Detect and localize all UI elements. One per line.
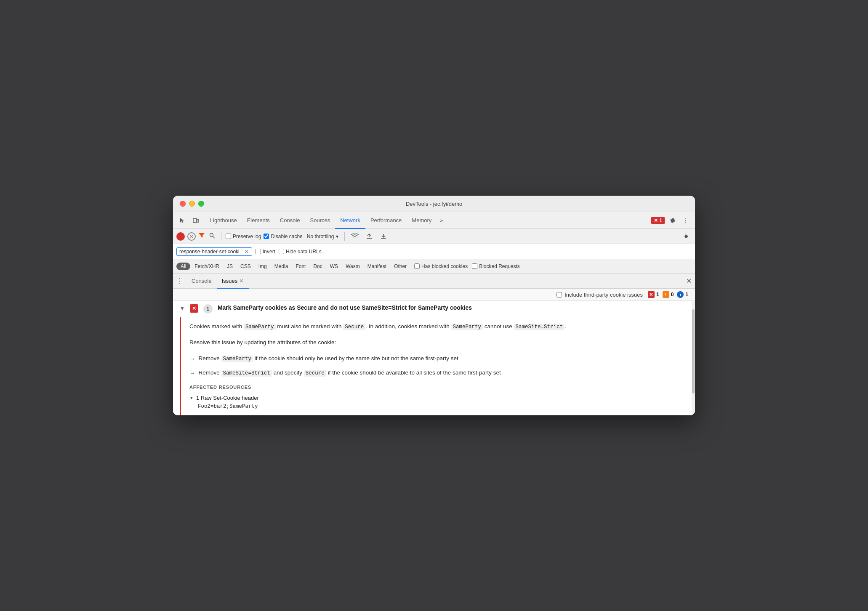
hide-urls-checkbox-label[interactable]: Hide data URLs: [279, 249, 322, 255]
blocked-requests-checkbox[interactable]: [472, 263, 477, 269]
window-title: DevTools - jec.fyi/demo: [406, 201, 462, 207]
hide-urls-checkbox[interactable]: [279, 249, 284, 254]
issue-detail-container: Cookies marked with SameParty must also …: [180, 317, 695, 415]
filter-font-button[interactable]: Font: [292, 263, 309, 270]
more-options-icon[interactable]: ⋮: [680, 215, 692, 226]
drawer-tab-console[interactable]: Console: [186, 274, 217, 289]
warning-badge-icon: !: [663, 291, 669, 298]
resource-chevron-icon[interactable]: ▼: [189, 396, 194, 400]
wifi-icon[interactable]: [349, 231, 361, 242]
maximize-button[interactable]: [198, 201, 204, 207]
toolbar-icons: [176, 215, 202, 226]
filter-clear-icon[interactable]: ✕: [244, 249, 249, 255]
bullet-2-text: Remove SameSite=Strict and specify Secur…: [199, 368, 501, 377]
drawer-bar: ⋮ Console Issues ✕ ✕: [173, 274, 695, 289]
cursor-icon[interactable]: [176, 215, 188, 226]
device-icon[interactable]: [190, 215, 202, 226]
search-icon[interactable]: [208, 232, 217, 241]
filter-wasm-button[interactable]: Wasm: [342, 263, 363, 270]
info-badge-icon: i: [677, 291, 684, 298]
throttle-chevron-icon: ▾: [336, 234, 338, 239]
network-settings-icon[interactable]: [680, 231, 692, 242]
record-button[interactable]: [176, 232, 185, 241]
bullet-item-2: → Remove SameSite=Strict and specify Sec…: [189, 368, 687, 378]
filter-all-button[interactable]: All: [176, 263, 190, 270]
filter-css-button[interactable]: CSS: [237, 263, 254, 270]
throttle-selector[interactable]: No throttling ▾: [305, 233, 341, 240]
drawer-close-icon[interactable]: ✕: [686, 277, 692, 285]
filter-icon[interactable]: [198, 232, 205, 240]
error-badge-icon: ✕: [648, 291, 655, 298]
disable-cache-checkbox[interactable]: [264, 234, 269, 239]
drawer-tab-issues[interactable]: Issues ✕: [217, 274, 249, 289]
count-badges: ✕ 1 ! 0 i 1: [648, 291, 688, 298]
toolbar-right: ✕ 1 ⋮: [651, 215, 692, 226]
filter-fetch-xhr-button[interactable]: Fetch/XHR: [191, 263, 223, 270]
tab-lighthouse[interactable]: Lighthouse: [205, 213, 242, 229]
filter-ws-button[interactable]: WS: [327, 263, 341, 270]
invert-checkbox-label[interactable]: Invert: [256, 249, 275, 255]
issue-bullets: → Remove SameParty if the cookie should …: [189, 354, 687, 378]
settings-icon[interactable]: [666, 215, 678, 226]
more-tabs-button[interactable]: »: [437, 217, 446, 223]
third-party-checkbox[interactable]: [556, 292, 562, 298]
issue-header-row[interactable]: ▼ ✕ 1 Mark SameParty cookies as Secure a…: [173, 301, 695, 317]
issues-toolbar: Include third-party cookie issues ✕ 1 ! …: [173, 289, 695, 301]
tab-sources[interactable]: Sources: [305, 213, 335, 229]
has-blocked-cookies-label[interactable]: Has blocked cookies: [414, 263, 468, 269]
filter-js-button[interactable]: JS: [224, 263, 236, 270]
bullet-item-1: → Remove SameParty if the cookie should …: [189, 354, 687, 364]
filter-media-button[interactable]: Media: [271, 263, 292, 270]
filter-manifest-button[interactable]: Manifest: [364, 263, 390, 270]
main-tab-bar: Lighthouse Elements Console Sources Netw…: [205, 212, 651, 228]
scrollbar-thumb[interactable]: [692, 309, 695, 393]
drawer-more-icon[interactable]: ⋮: [176, 277, 183, 285]
code-sameparty-1: SameParty: [244, 324, 276, 330]
affected-resources-section: AFFECTED RESOURCES ▼ 1 Raw Set-Cookie he…: [189, 385, 687, 410]
tab-console[interactable]: Console: [275, 213, 305, 229]
upload-icon[interactable]: [363, 231, 375, 242]
affected-resources-title: AFFECTED RESOURCES: [189, 385, 687, 390]
issue-body-paragraph-1: Cookies marked with SameParty must also …: [189, 322, 687, 331]
preserve-log-checkbox[interactable]: [226, 234, 231, 239]
has-blocked-cookies-checkbox[interactable]: [414, 263, 420, 269]
code-samesite-bullet: SameSite=Strict: [221, 370, 272, 377]
close-button[interactable]: [180, 201, 186, 207]
resource-value: Foo2=bar2;SameParty: [198, 403, 687, 410]
tab-elements[interactable]: Elements: [242, 213, 275, 229]
minimize-button[interactable]: [189, 201, 195, 207]
error-x-icon: ✕: [654, 218, 658, 223]
issue-resolve-text: Resolve this issue by updating the attri…: [189, 338, 687, 347]
svg-rect-1: [197, 219, 199, 222]
tab-memory[interactable]: Memory: [407, 213, 437, 229]
toolbar-divider-1: [221, 232, 221, 241]
filter-doc-button[interactable]: Doc: [310, 263, 325, 270]
filter-input[interactable]: [179, 249, 242, 255]
invert-checkbox[interactable]: [256, 249, 261, 254]
svg-rect-0: [193, 218, 197, 223]
issues-tab-close-icon[interactable]: ✕: [239, 278, 244, 284]
error-badge: ✕ 1: [651, 217, 665, 224]
devtools-body: Lighthouse Elements Console Sources Netw…: [173, 212, 695, 415]
disable-cache-checkbox-label[interactable]: Disable cache: [264, 234, 302, 239]
scrollbar-track[interactable]: [692, 301, 695, 415]
svg-line-5: [213, 236, 215, 238]
filter-type-bar: All Fetch/XHR JS CSS Img Media Font Doc …: [173, 259, 695, 274]
issue-chevron-icon[interactable]: ▼: [180, 306, 185, 311]
blocked-requests-label[interactable]: Blocked Requests: [472, 263, 520, 269]
download-icon[interactable]: [378, 231, 389, 242]
arrow-icon-2: →: [189, 369, 195, 378]
svg-point-4: [210, 234, 213, 237]
resource-row[interactable]: ▼ 1 Raw Set-Cookie header: [189, 393, 687, 403]
tab-performance[interactable]: Performance: [365, 213, 407, 229]
third-party-checkbox-label[interactable]: Include third-party cookie issues: [556, 292, 643, 298]
preserve-log-checkbox-label[interactable]: Preserve log: [226, 234, 261, 239]
info-count-badge: i 1: [677, 291, 688, 298]
resource-label: 1 Raw Set-Cookie header: [196, 395, 259, 401]
filter-other-button[interactable]: Other: [391, 263, 410, 270]
stop-button[interactable]: [187, 232, 196, 241]
filter-img-button[interactable]: Img: [255, 263, 270, 270]
tab-network[interactable]: Network: [335, 213, 365, 229]
devtools-window: DevTools - jec.fyi/demo Lighthouse: [173, 196, 695, 415]
code-secure-bullet: Secure: [304, 370, 326, 377]
